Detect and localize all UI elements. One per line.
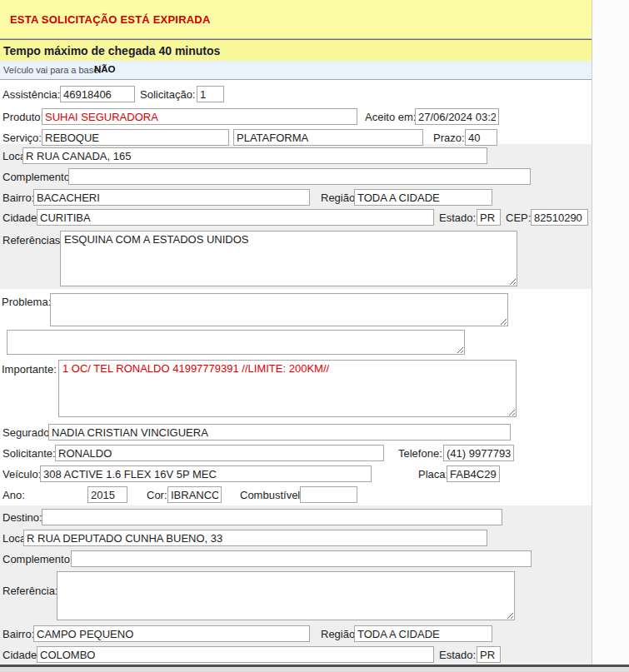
destino-input[interactable]	[42, 509, 502, 525]
local-input[interactable]	[22, 147, 487, 164]
destino-cidade-label: Cidade:	[2, 647, 40, 664]
ano-label: Ano:	[2, 487, 25, 504]
cidade-label: Cidade:	[2, 210, 40, 226]
cep-input[interactable]	[531, 209, 588, 226]
base-info-bar: Veículo vai para a base: NÃO	[0, 61, 592, 80]
max-arrival-text: Tempo máximo de chegada 40 minutos	[3, 44, 220, 57]
destino-regiao-input[interactable]	[354, 625, 492, 642]
placa-label: Placa:	[418, 466, 448, 483]
destino-bairro-label: Bairro:	[2, 626, 34, 643]
servico-label: Serviço:	[2, 130, 42, 147]
problema-textarea[interactable]	[50, 293, 508, 326]
observacao-textarea[interactable]	[7, 330, 465, 355]
segurado-label: Segurado:	[2, 425, 52, 441]
complemento-input[interactable]	[68, 168, 531, 185]
ano-input[interactable]	[87, 486, 127, 503]
destino-estado-label: Estado:	[439, 647, 476, 664]
base-info-value: NÃO	[94, 64, 116, 74]
below-window-area	[0, 667, 629, 672]
segurado-input[interactable]	[48, 424, 511, 441]
destino-local-input[interactable]	[23, 530, 487, 546]
assistencia-input[interactable]	[60, 86, 135, 102]
destino-cidade-input[interactable]	[37, 646, 434, 663]
destino-referencia-label: Referência:	[2, 583, 57, 600]
regiao-label: Região:	[321, 190, 358, 207]
regiao-input[interactable]	[354, 189, 492, 206]
expired-alert-banner: ESTA SOLICITAÇÃO ESTÁ EXPIRADA	[0, 0, 592, 39]
bairro-input[interactable]	[33, 189, 310, 206]
veiculo-input[interactable]	[40, 465, 372, 482]
destino-estado-input[interactable]	[477, 646, 501, 663]
importante-label: Importante:	[2, 361, 57, 378]
solicitante-label: Solicitante:	[2, 446, 56, 462]
aceito-em-input[interactable]	[415, 108, 499, 125]
expired-alert-text: ESTA SOLICITAÇÃO ESTÁ EXPIRADA	[10, 13, 211, 26]
solicitante-input[interactable]	[55, 445, 384, 461]
cor-label: Cor:	[147, 487, 167, 504]
assistencia-label: Assistência:	[2, 87, 60, 103]
solicitacao-input[interactable]	[197, 86, 224, 102]
right-margin-strip	[592, 0, 629, 665]
cor-input[interactable]	[167, 486, 222, 503]
solicitacao-label: Solicitação:	[140, 87, 195, 103]
produto-label: Produto:	[2, 109, 43, 126]
base-info-label: Veículo vai para a base:	[3, 65, 101, 75]
telefone-input[interactable]	[443, 445, 514, 461]
service-request-page: ESTA SOLICITAÇÃO ESTÁ EXPIRADA Tempo máx…	[0, 0, 629, 672]
importante-textarea[interactable]: 1 OC/ TEL RONALDO 41997779391 //LIMITE: …	[58, 360, 517, 417]
veiculo-label: Veículo:	[2, 466, 41, 483]
destino-regiao-label: Região:	[321, 626, 358, 643]
placa-input[interactable]	[447, 465, 500, 482]
referencias-label: Referências:	[2, 232, 63, 249]
destino-complemento-input[interactable]	[71, 550, 532, 567]
prazo-input[interactable]	[465, 129, 497, 146]
destino-referencia-textarea[interactable]	[57, 571, 515, 620]
estado-input[interactable]	[477, 209, 501, 226]
servico-tipo-input[interactable]	[233, 129, 423, 146]
telefone-label: Telefone:	[398, 446, 442, 462]
produto-input[interactable]	[42, 108, 357, 125]
estado-label: Estado:	[439, 210, 476, 226]
combustivel-input[interactable]	[300, 486, 357, 503]
combustivel-label: Combustível:	[240, 487, 303, 504]
bairro-label: Bairro:	[2, 190, 34, 207]
destino-complemento-label: Complemento:	[2, 551, 73, 568]
complemento-label: Complemento:	[2, 169, 73, 186]
cep-label: CEP:	[506, 210, 531, 226]
aceito-em-label: Aceito em:	[365, 109, 416, 126]
max-arrival-bar: Tempo máximo de chegada 40 minutos	[0, 39, 592, 61]
referencias-textarea[interactable]: ESQUINA COM A ESTADOS UNIDOS	[60, 231, 517, 286]
servico-input[interactable]	[42, 129, 229, 146]
cidade-input[interactable]	[37, 209, 434, 226]
destino-label: Destino:	[2, 510, 42, 526]
destino-bairro-input[interactable]	[33, 625, 310, 642]
problema-label: Problema:	[2, 294, 51, 311]
prazo-label: Prazo:	[433, 130, 465, 147]
